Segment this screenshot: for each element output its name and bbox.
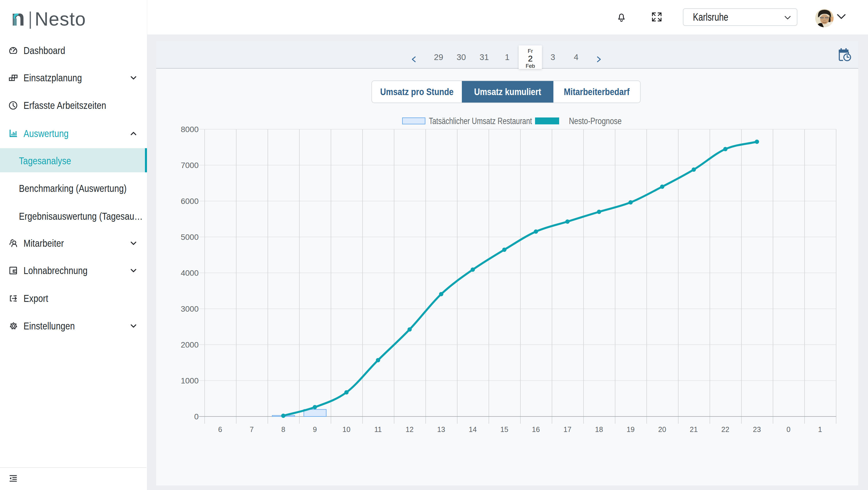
svg-text:1: 1 xyxy=(818,425,822,433)
svg-text:13: 13 xyxy=(437,425,445,433)
svg-text:0: 0 xyxy=(786,425,790,433)
svg-text:10: 10 xyxy=(342,425,350,433)
svg-text:0: 0 xyxy=(194,412,198,421)
svg-text:3000: 3000 xyxy=(181,305,198,313)
svg-text:7: 7 xyxy=(250,425,254,433)
svg-text:18: 18 xyxy=(595,425,603,433)
svg-text:5000: 5000 xyxy=(181,233,198,241)
svg-text:12: 12 xyxy=(406,425,414,433)
svg-text:1000: 1000 xyxy=(181,376,198,385)
svg-text:6000: 6000 xyxy=(181,197,198,206)
svg-text:20: 20 xyxy=(658,425,666,433)
svg-text:4000: 4000 xyxy=(181,268,198,278)
svg-text:21: 21 xyxy=(690,425,698,433)
svg-text:Nesto: Nesto xyxy=(35,11,86,29)
svg-text:6: 6 xyxy=(218,425,222,433)
svg-text:8000: 8000 xyxy=(181,125,198,134)
svg-text:11: 11 xyxy=(374,425,382,433)
svg-text:19: 19 xyxy=(627,425,634,433)
svg-text:17: 17 xyxy=(563,425,571,433)
svg-text:7000: 7000 xyxy=(181,161,198,170)
svg-text:23: 23 xyxy=(753,425,761,433)
svg-text:8: 8 xyxy=(281,425,285,433)
svg-text:22: 22 xyxy=(721,425,730,433)
svg-text:2000: 2000 xyxy=(181,340,198,349)
svg-text:16: 16 xyxy=(532,425,540,433)
svg-text:14: 14 xyxy=(469,425,477,433)
svg-text:9: 9 xyxy=(313,425,317,433)
svg-text:15: 15 xyxy=(500,425,508,433)
